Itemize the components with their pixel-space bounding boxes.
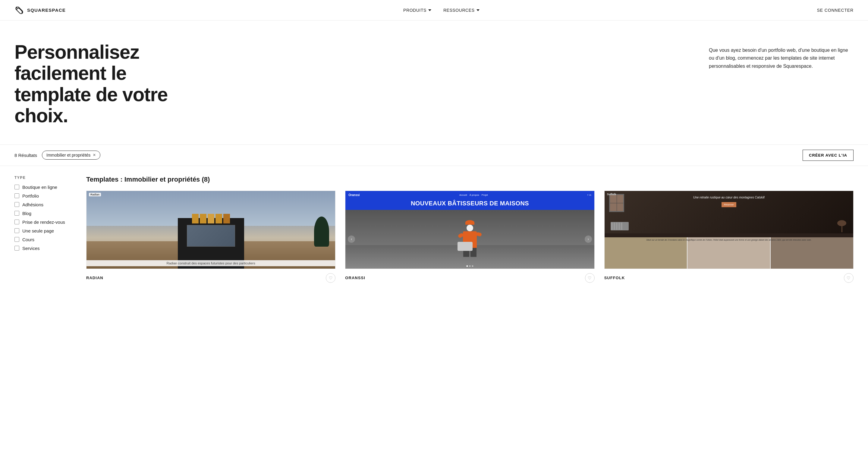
template-card-oranssi[interactable]: Oranssi Accueil À propos Projet f in [345,191,594,287]
connect-button[interactable]: SE CONNECTER [817,8,854,13]
create-ai-button[interactable]: CRÉER AVEC L'IA [803,150,854,161]
filter-tag-close-icon[interactable]: × [93,153,96,158]
template-thumb-suffolk: Une retraite rustique au cœur des montag… [604,191,854,269]
active-filter-tag[interactable]: Immobilier et propriétés × [42,151,100,160]
oranssi-next-button[interactable]: › [585,235,592,243]
site-header: SQUARESPACE PRODUITS RESSOURCES SE CONNE… [0,0,868,21]
checkbox-adhesions[interactable] [14,202,19,207]
facebook-icon: f [587,194,588,196]
filter-bar: 8 Résultats Immobilier et propriétés × C… [0,144,868,166]
sidebar-label-adhesions: Adhésions [22,202,43,207]
oranssi-nav-item: Projet [482,194,488,196]
hero-title: Personnalisez facilement le template de … [14,41,207,127]
sidebar-label-boutique: Boutique en ligne [22,185,57,190]
sidebar-label-une-page: Une seule page [22,228,54,233]
radiator-fins [611,222,629,230]
carousel-dot [469,265,470,267]
suffolk-overlay-text: Une retraite rustique au cœur des montag… [604,196,853,207]
oranssi-header-bar: Oranssi Accueil À propos Projet f in [345,191,594,197]
sidebar-item-prise-rdv[interactable]: Prise de rendez-vous [14,220,72,225]
filter-tag-label: Immobilier et propriétés [46,153,90,158]
hero-description: Que vous ayez besoin d'un portfolio web,… [709,46,854,70]
suffolk-lower-img-1 [604,237,687,268]
checkbox-services[interactable] [14,246,19,250]
sidebar-item-cours[interactable]: Cours [14,237,72,242]
sidebar: TYPE Boutique en ligne Portfolio Adhésio… [14,175,72,287]
sidebar-items: Boutique en ligne Portfolio Adhésions Bl… [14,185,72,251]
suffolk-lower-images: Situé sur un terrain de 3 hectares dans … [604,237,853,268]
tool [458,242,472,251]
checkbox-blog[interactable] [14,211,19,215]
oranssi-hero-text: NOUVEAUX BÂTISSEURS DE MAISONS [405,197,535,210]
suffolk-book-btn: Réserver [604,201,853,207]
heart-icon: ♡ [588,275,592,280]
worker-body [463,220,477,257]
nav-produits[interactable]: PRODUITS [403,8,431,13]
checkbox-cours[interactable] [14,237,19,242]
sidebar-label-cours: Cours [22,237,34,242]
hero-section: Personnalisez facilement le template de … [0,21,868,144]
checkbox-prise-rdv[interactable] [14,220,19,224]
suffolk-lower-desc: Situé sur un terrain de 3 hectares dans … [607,238,851,242]
filter-left: 8 Résultats Immobilier et propriétés × [14,151,100,160]
sidebar-item-services[interactable]: Services [14,246,72,251]
checkbox-boutique[interactable] [14,185,19,190]
radian-card-bottom: RADIAN ♡ [86,269,336,287]
suffolk-furniture [837,220,847,232]
sidebar-item-boutique[interactable]: Boutique en ligne [14,185,72,190]
hero-right: Que vous ayez besoin d'un portfolio web,… [709,41,854,70]
oranssi-nav: Accueil À propos Projet [459,194,488,196]
sidebar-label-portfolio: Portfolio [22,193,39,198]
suffolk-radiator [611,222,629,230]
oranssi-social-icons: f in [587,194,591,196]
suffolk-scene: Une retraite rustique au cœur des montag… [604,191,853,269]
oranssi-prev-button[interactable]: ‹ [348,235,355,243]
sidebar-label-services: Services [22,246,40,251]
oranssi-scene: Oranssi Accueil À propos Projet f in [345,191,594,269]
oranssi-carousel-dots [466,265,473,267]
logo-area[interactable]: SQUARESPACE [14,5,66,15]
sidebar-label-prise-rdv: Prise de rendez-vous [22,220,65,225]
templates-heading: Templates : Immobilier et propriétés (8) [86,175,854,183]
oranssi-card-bottom: ORANSSI ♡ [345,269,594,287]
template-card-suffolk[interactable]: Une retraite rustique au cœur des montag… [604,191,854,287]
squarespace-logo-icon [14,5,24,15]
heart-icon: ♡ [329,275,333,280]
suffolk-lower-img-2 [687,237,770,268]
heart-icon: ♡ [846,275,850,280]
radian-caption: Radian construit des espaces futuristes … [87,260,335,266]
suffolk-like-button[interactable]: ♡ [844,273,854,283]
template-thumb-oranssi: Oranssi Accueil À propos Projet f in [345,191,594,269]
nav-ressources[interactable]: RESSOURCES [443,8,479,13]
radian-like-button[interactable]: ♡ [326,273,336,283]
suffolk-lower-img-3 [771,237,853,268]
checkbox-une-page[interactable] [14,228,19,233]
results-count: 8 Résultats [14,153,37,158]
radian-browser-label: Radian [89,193,101,196]
chevron-down-icon [428,9,431,11]
sidebar-item-portfolio[interactable]: Portfolio [14,193,72,198]
sidebar-item-blog[interactable]: Blog [14,211,72,216]
main-nav: PRODUITS RESSOURCES [403,8,479,13]
radian-name: RADIAN [86,275,103,280]
suffolk-name: SUFFOLK [604,275,625,280]
sidebar-item-une-page[interactable]: Une seule page [14,228,72,233]
logo-text: SQUARESPACE [27,7,66,13]
suffolk-browser-label: Suffolk [607,193,616,196]
chevron-down-icon [476,9,479,11]
sidebar-item-adhesions[interactable]: Adhésions [14,202,72,207]
suffolk-card-bottom: SUFFOLK ♡ [604,269,854,287]
template-thumb-radian: Radian Radian construit des espaces futu… [86,191,336,269]
oranssi-nav-item: À propos [470,194,479,196]
oranssi-name: ORANSSI [345,275,365,280]
instagram-icon: in [589,194,591,196]
template-card-radian[interactable]: Radian Radian construit des espaces futu… [86,191,336,287]
checkbox-portfolio[interactable] [14,193,19,198]
carousel-dot [466,265,468,267]
templates-area: Templates : Immobilier et propriétés (8) [86,175,854,287]
carousel-dot [472,265,473,267]
oranssi-logo: Oranssi [348,193,360,197]
main-content: TYPE Boutique en ligne Portfolio Adhésio… [0,166,868,297]
sidebar-label-blog: Blog [22,211,31,216]
oranssi-like-button[interactable]: ♡ [585,273,595,283]
